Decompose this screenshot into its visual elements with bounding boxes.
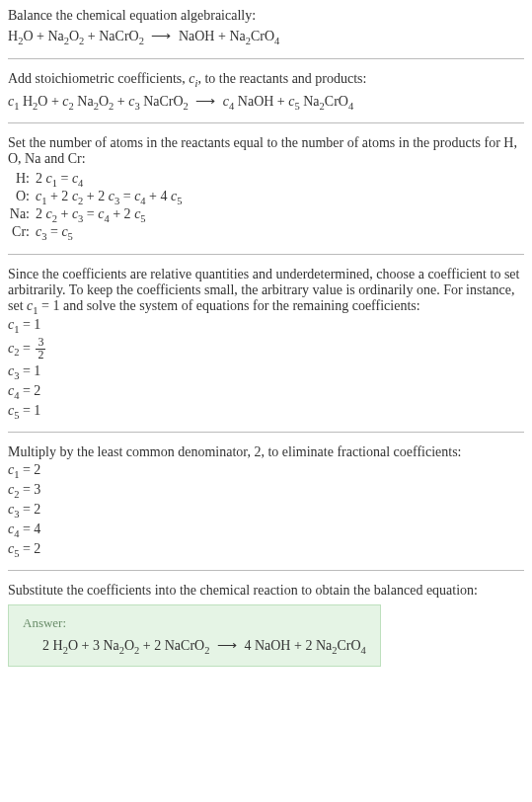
atom-row-o: O: c1 + 2 c2 + 2 c3 = c4 + 4 c5 bbox=[8, 189, 524, 206]
intro-text: Balance the chemical equation algebraica… bbox=[8, 8, 524, 24]
eq-part: 2 bbox=[36, 206, 46, 221]
eq-part: O + 3 Na bbox=[68, 638, 119, 653]
eq-part: NaOH + bbox=[234, 94, 288, 109]
coeff-sub: 5 bbox=[68, 231, 73, 242]
atom-row-cr: Cr: c3 = c5 bbox=[8, 224, 524, 242]
eq-part: = bbox=[83, 206, 98, 221]
coeff-line: c1 = 2 bbox=[8, 462, 524, 480]
eq-sub: 2 bbox=[139, 36, 144, 46]
eq-sub: 4 bbox=[348, 100, 353, 111]
eq-part: CrO bbox=[251, 29, 274, 43]
atom-equation: c3 = c5 bbox=[36, 224, 524, 242]
fraction-den: 2 bbox=[36, 350, 45, 361]
eq-part: Na bbox=[300, 94, 320, 109]
eq-part: NaOH + Na bbox=[179, 29, 246, 43]
eq-part: + 2 NaCrO bbox=[139, 638, 204, 653]
coeff-val: = 2 bbox=[19, 541, 40, 556]
arrow-icon: ⟶ bbox=[217, 638, 237, 653]
coeff-sub: 4 bbox=[78, 178, 83, 189]
coeff-val: = 1 bbox=[19, 403, 40, 418]
divider bbox=[8, 254, 524, 255]
atom-label: H: bbox=[8, 171, 36, 187]
atom-equation: c1 + 2 c2 + 2 c3 = c4 + 4 c5 bbox=[36, 189, 524, 206]
coeff-line: c5 = 2 bbox=[8, 541, 524, 559]
eq-part: + 2 bbox=[83, 189, 108, 203]
coeff-sub: 5 bbox=[140, 213, 145, 224]
eq-part: 2 bbox=[36, 171, 46, 186]
eq-sub: 4 bbox=[274, 36, 279, 46]
coeff-line: c2 = 3 bbox=[8, 482, 524, 500]
substitute-text: Substitute the coefficients into the che… bbox=[8, 583, 524, 599]
eq-part: H bbox=[19, 94, 33, 109]
fraction: 32 bbox=[36, 337, 45, 361]
divider bbox=[8, 58, 524, 59]
coeff-line: c1 = 1 bbox=[8, 317, 524, 335]
coeff-line: c3 = 2 bbox=[8, 502, 524, 520]
eq-part: NaCrO bbox=[140, 94, 184, 109]
coeff-line: c3 = 1 bbox=[8, 363, 524, 381]
coeff-val: = 4 bbox=[19, 521, 40, 536]
eq-part: O + bbox=[38, 94, 62, 109]
multiply-text: Multiply by the least common denominator… bbox=[8, 444, 524, 460]
divider bbox=[8, 122, 524, 123]
eq-sub: 4 bbox=[361, 645, 366, 656]
eq-part: 4 NaOH + 2 Na bbox=[244, 638, 332, 653]
atom-label: Na: bbox=[8, 206, 36, 222]
coeff-val: = bbox=[19, 341, 34, 356]
atom-label: Cr: bbox=[8, 224, 36, 240]
intro-section: Balance the chemical equation algebraica… bbox=[8, 8, 524, 46]
eq-part: + bbox=[57, 206, 72, 221]
stoich-section: Add stoichiometric coefficients, ci, to … bbox=[8, 71, 524, 112]
atom-row-h: H: 2 c1 = c4 bbox=[8, 171, 524, 189]
coeff-line: c5 = 1 bbox=[8, 403, 524, 421]
atoms-intro: Set the number of atoms in the reactants… bbox=[8, 135, 524, 167]
coeff-val: = 2 bbox=[19, 383, 40, 398]
arbitrary-section: Since the coefficients are relative quan… bbox=[8, 267, 524, 421]
coeff-val: = 2 bbox=[19, 502, 40, 517]
eq-part: = bbox=[119, 189, 134, 203]
atom-table: H: 2 c1 = c4 O: c1 + 2 c2 + 2 c3 = c4 + … bbox=[8, 171, 524, 241]
stoich-text: Add stoichiometric coefficients, ci, to … bbox=[8, 71, 524, 89]
arbitrary-text: Since the coefficients are relative quan… bbox=[8, 267, 524, 316]
answer-box: Answer: 2 H2O + 3 Na2O2 + 2 NaCrO2 ⟶ 4 N… bbox=[8, 604, 381, 667]
coeff-list: c1 = 2 c2 = 3 c3 = 2 c4 = 4 c5 = 2 bbox=[8, 462, 524, 558]
eq-part: O bbox=[99, 94, 109, 109]
eq-part: H bbox=[8, 29, 18, 43]
eq-part: 2 H bbox=[42, 638, 63, 653]
atom-row-na: Na: 2 c2 + c3 = c4 + 2 c5 bbox=[8, 206, 524, 224]
stoich-equation: c1 H2O + c2 Na2O2 + c3 NaCrO2 ⟶ c4 NaOH … bbox=[8, 93, 524, 112]
coeff-val: = 2 bbox=[19, 462, 40, 477]
coeff-sub: 5 bbox=[177, 196, 182, 206]
eq-part: + 2 bbox=[46, 189, 71, 203]
answer-label: Answer: bbox=[23, 615, 366, 631]
atom-equation: 2 c1 = c4 bbox=[36, 171, 524, 189]
text-part: = 1 and solve the system of equations fo… bbox=[38, 298, 420, 313]
arrow-icon: ⟶ bbox=[195, 94, 215, 109]
coeff-val: = 1 bbox=[19, 317, 40, 332]
text-part: , to the reactants and products: bbox=[197, 71, 366, 86]
answer-equation: 2 H2O + 3 Na2O2 + 2 NaCrO2 ⟶ 4 NaOH + 2 … bbox=[23, 637, 366, 656]
eq-part: + 4 bbox=[146, 189, 171, 203]
eq-sub: 2 bbox=[204, 645, 209, 656]
eq-part: O bbox=[124, 638, 134, 653]
divider bbox=[8, 432, 524, 433]
substitute-section: Substitute the coefficients into the che… bbox=[8, 583, 524, 667]
eq-part: O + Na bbox=[23, 29, 63, 43]
eq-part: + NaCrO bbox=[84, 29, 138, 43]
eq-part: O bbox=[69, 29, 79, 43]
atom-label: O: bbox=[8, 189, 36, 204]
coeff-line: c2 = 32 bbox=[8, 337, 524, 361]
arrow-icon: ⟶ bbox=[151, 29, 171, 43]
atom-equation: 2 c2 + c3 = c4 + 2 c5 bbox=[36, 206, 524, 224]
coeff-val: = 1 bbox=[19, 363, 40, 378]
eq-sub: 2 bbox=[184, 100, 189, 111]
coeff-line: c4 = 2 bbox=[8, 383, 524, 401]
eq-part: + 2 bbox=[110, 206, 134, 221]
coeff-list: c1 = 1 c2 = 32 c3 = 1 c4 = 2 c5 = 1 bbox=[8, 317, 524, 420]
eq-part: Na bbox=[74, 94, 94, 109]
eq-part: = bbox=[57, 171, 72, 186]
eq-part: CrO bbox=[325, 94, 348, 109]
eq-part: + bbox=[114, 94, 128, 109]
divider bbox=[8, 570, 524, 571]
atoms-section: Set the number of atoms in the reactants… bbox=[8, 135, 524, 241]
